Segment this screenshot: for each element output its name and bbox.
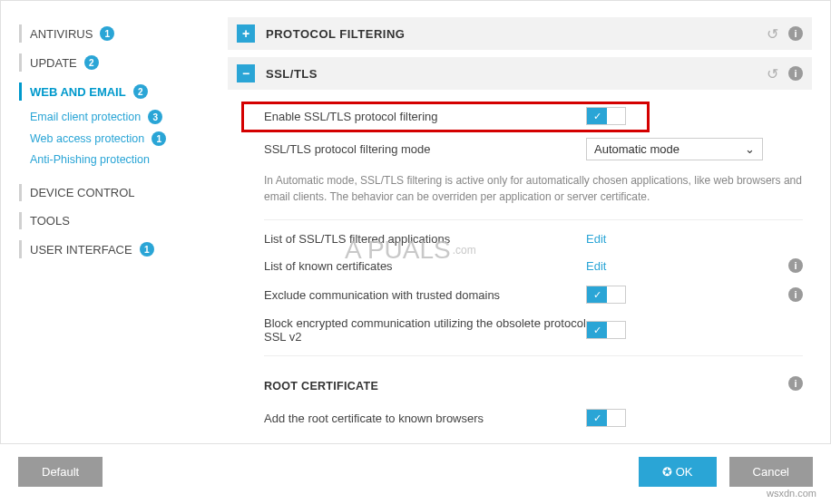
sub-antiphishing[interactable]: Anti-Phishing protection [1, 150, 210, 170]
badge: 3 [148, 110, 162, 124]
sub-label: Web access protection [30, 132, 144, 145]
nav-label: UPDATE [30, 56, 77, 70]
row-exclude-trusted: Exclude communication with trusted domai… [264, 279, 803, 310]
badge: 1 [140, 242, 154, 257]
label-add-root: Add the root certificate to known browse… [264, 412, 586, 425]
toggle-block[interactable]: ✓ [586, 321, 626, 339]
badge: 1 [152, 131, 166, 146]
root-cert-title: ROOT CERTIFICATE [264, 371, 378, 396]
label-exclude: Exclude communication with trusted domai… [264, 288, 586, 302]
nav-label: DEVICE CONTROL [30, 186, 135, 199]
toggle-add-root[interactable]: ✓ [586, 409, 626, 427]
note-automatic-mode: In Automatic mode, SSL/TLS filtering is … [264, 167, 803, 214]
row-add-root-cert: Add the root certificate to known browse… [264, 402, 803, 433]
nav-user-interface[interactable]: USER INTERFACE 1 [1, 235, 210, 264]
default-button[interactable]: Default [18, 457, 103, 487]
ok-button[interactable]: ✪ OK [639, 457, 717, 487]
section-ssl-tls[interactable]: − SSL/TLS ↺ i [228, 57, 812, 90]
info-icon[interactable]: i [788, 66, 803, 81]
row-block-sslv2: Block encrypted communication utilizing … [264, 310, 803, 350]
sidebar: ANTIVIRUS 1 UPDATE 2 WEB AND EMAIL 2 Ema… [1, 1, 210, 443]
sub-label: Anti-Phishing protection [30, 153, 150, 166]
nav-label: WEB AND EMAIL [30, 85, 126, 99]
expand-icon[interactable]: + [237, 24, 255, 43]
section-title: SSL/TLS [266, 67, 318, 81]
label-list-apps: List of SSL/TLS filtered applications [264, 232, 586, 246]
subhead-root-cert: ROOT CERTIFICATE i [264, 362, 803, 402]
collapse-icon[interactable]: − [237, 64, 255, 82]
select-filtering-mode[interactable]: Automatic mode ⌄ [586, 138, 763, 160]
revert-icon[interactable]: ↺ [765, 66, 779, 81]
nav-label: USER INTERFACE [30, 243, 132, 257]
url-watermark: wsxdn.com [767, 488, 816, 499]
badge: 2 [84, 55, 99, 70]
footer: Default ✪ OK Cancel [0, 444, 831, 499]
nav-tools[interactable]: TOOLS [1, 207, 210, 235]
badge: 1 [100, 26, 114, 41]
divider [264, 219, 803, 220]
sub-web-access[interactable]: Web access protection 1 [1, 128, 210, 150]
link-edit-certs[interactable]: Edit [586, 259, 606, 273]
info-icon[interactable]: i [788, 258, 803, 273]
content-panel: + PROTOCOL FILTERING ↺ i − SSL/TLS ↺ i E… [210, 1, 830, 443]
label-block: Block encrypted communication utilizing … [264, 316, 586, 344]
cancel-button[interactable]: Cancel [729, 457, 813, 487]
nav-device-control[interactable]: DEVICE CONTROL [1, 179, 210, 207]
nav-antivirus[interactable]: ANTIVIRUS 1 [1, 19, 210, 48]
ssl-settings: Enable SSL/TLS protocol filtering ✓ SSL/… [228, 97, 812, 443]
chevron-down-icon: ⌄ [745, 142, 755, 156]
nav-label: ANTIVIRUS [30, 27, 93, 41]
row-enable-ssl: Enable SSL/TLS protocol filtering ✓ [264, 101, 803, 131]
globe-icon: ✪ [662, 465, 672, 479]
toggle-exclude[interactable]: ✓ [586, 286, 626, 304]
info-icon[interactable]: i [788, 287, 803, 302]
info-icon[interactable]: i [788, 26, 803, 41]
nav-label: TOOLS [30, 214, 70, 228]
label-filtering-mode: SSL/TLS protocol filtering mode [264, 142, 586, 156]
nav-web-email[interactable]: WEB AND EMAIL 2 [1, 77, 210, 106]
select-value: Automatic mode [594, 142, 679, 156]
row-filtering-mode: SSL/TLS protocol filtering mode Automati… [264, 131, 803, 167]
divider [264, 355, 803, 356]
badge: 2 [133, 84, 148, 99]
ok-label: OK [676, 465, 693, 479]
nav-update[interactable]: UPDATE 2 [1, 48, 210, 77]
label-list-certs: List of known certificates [264, 259, 586, 273]
link-edit-apps[interactable]: Edit [586, 232, 606, 246]
section-title: PROTOCOL FILTERING [266, 27, 405, 41]
section-protocol-filtering[interactable]: + PROTOCOL FILTERING ↺ i [228, 17, 812, 50]
revert-icon[interactable]: ↺ [765, 26, 779, 41]
toggle-enable-ssl[interactable]: ✓ [586, 107, 626, 125]
row-list-certs: List of known certificates Edit i [264, 252, 803, 279]
row-list-apps: List of SSL/TLS filtered applications Ed… [264, 226, 803, 252]
info-icon[interactable]: i [788, 376, 803, 391]
sub-label: Email client protection [30, 111, 141, 123]
sub-email-client[interactable]: Email client protection 3 [1, 106, 210, 128]
label-enable-ssl: Enable SSL/TLS protocol filtering [264, 110, 586, 123]
